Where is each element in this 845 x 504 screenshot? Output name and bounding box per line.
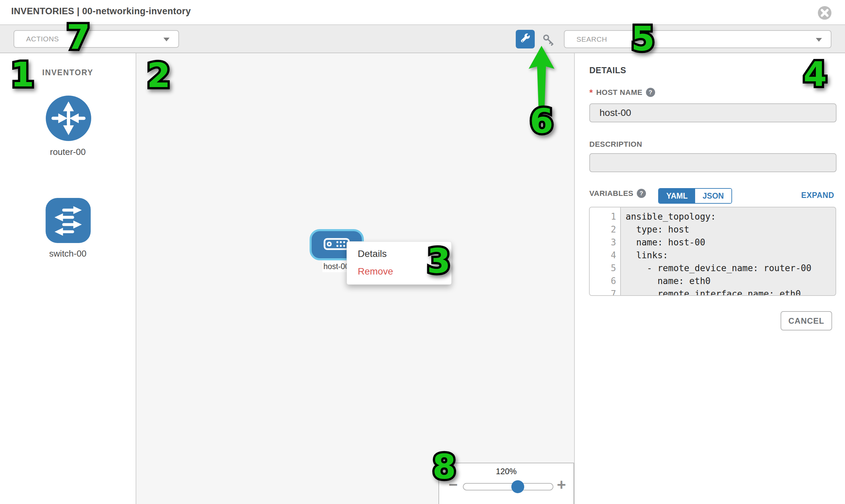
zoom-in-button[interactable]: + — [557, 477, 566, 492]
details-panel: DETAILS * HOST NAME ? DESCRIPTION VARIAB… — [574, 53, 845, 504]
description-input[interactable] — [589, 153, 837, 172]
context-menu: Details Remove — [347, 241, 452, 285]
cancel-button[interactable]: CANCEL — [780, 311, 832, 330]
host-name-label-row: * HOST NAME ? — [589, 88, 655, 97]
chevron-down-icon — [163, 38, 170, 41]
palette-item-label: router-00 — [0, 147, 136, 157]
palette-item-router[interactable] — [46, 95, 91, 141]
inventory-sidebar: INVENTORY router — [0, 53, 136, 504]
app-window: INVENTORIES | 00-networking-inventory AC… — [0, 0, 845, 504]
host-node-label: host-00 — [322, 260, 350, 272]
toggle-json[interactable]: JSON — [695, 189, 732, 203]
context-menu-item-remove[interactable]: Remove — [347, 263, 451, 280]
code-line: remote_interface_name: eth0 — [626, 287, 835, 296]
key-icon — [542, 33, 555, 48]
host-name-input[interactable] — [589, 103, 837, 122]
host-name-label: HOST NAME — [596, 88, 642, 97]
topology-canvas[interactable]: host-00 Details Remove 120% − + — [136, 53, 574, 504]
variables-label-row: VARIABLES ? — [589, 189, 646, 198]
toggle-yaml[interactable]: YAML — [659, 189, 695, 203]
line-number: 3 — [590, 236, 620, 249]
search-dropdown[interactable]: SEARCH — [564, 30, 831, 48]
editor-gutter: 1 2 3 4 5 6 7 — [590, 208, 621, 295]
required-asterisk: * — [589, 89, 593, 96]
chevron-down-icon — [816, 38, 822, 42]
page-header: INVENTORIES | 00-networking-inventory — [0, 0, 845, 24]
code-line: links: — [626, 249, 835, 262]
expand-link[interactable]: EXPAND — [801, 191, 834, 200]
zoom-level-value: 120% — [439, 467, 574, 476]
switch-icon — [45, 238, 91, 244]
variables-label: VARIABLES — [589, 189, 633, 198]
close-button[interactable] — [817, 6, 832, 20]
help-icon[interactable]: ? — [646, 88, 655, 97]
variables-format-toggle: YAML JSON — [658, 188, 732, 204]
line-number: 7 — [590, 287, 620, 296]
details-panel-title: DETAILS — [589, 66, 626, 75]
code-line: - remote_device_name: router-00 — [626, 262, 835, 274]
code-line: name: eth0 — [626, 274, 835, 287]
zoom-slider-thumb[interactable] — [511, 480, 524, 493]
line-number: 2 — [590, 223, 620, 236]
router-icon — [46, 136, 91, 142]
editor-code-area[interactable]: ansible_topology: type: host name: host-… — [621, 208, 835, 295]
code-line: ansible_topology: — [626, 210, 835, 223]
zoom-slider-track[interactable] — [463, 483, 553, 490]
line-number: 6 — [590, 274, 620, 287]
search-dropdown-label: SEARCH — [577, 35, 607, 43]
close-icon — [817, 16, 832, 21]
actions-dropdown-label: ACTIONS — [26, 35, 59, 43]
key-button[interactable] — [541, 33, 556, 48]
sidebar-title: INVENTORY — [0, 68, 136, 77]
toolbar: ACTIONS SEARCH — [0, 24, 845, 53]
context-menu-item-details[interactable]: Details — [347, 245, 451, 263]
palette-item-switch[interactable] — [45, 198, 91, 243]
host-icon — [323, 238, 350, 252]
page-title: INVENTORIES | 00-networking-inventory — [11, 6, 191, 17]
actions-dropdown[interactable]: ACTIONS — [14, 30, 179, 48]
zoom-control: 120% − + — [438, 463, 574, 504]
wrench-icon — [520, 33, 531, 45]
line-number: 5 — [590, 262, 620, 274]
description-label-row: DESCRIPTION — [589, 140, 642, 149]
code-line: type: host — [626, 223, 835, 236]
zoom-out-button[interactable]: − — [448, 477, 458, 492]
description-label: DESCRIPTION — [589, 140, 642, 149]
toolbar-tools-button[interactable] — [516, 30, 535, 49]
help-icon[interactable]: ? — [637, 189, 646, 198]
palette-item-label: switch-00 — [0, 249, 136, 259]
variables-code-editor[interactable]: 1 2 3 4 5 6 7 ansible_topology: type: ho… — [589, 207, 836, 296]
line-number: 4 — [590, 249, 620, 262]
line-number: 1 — [590, 210, 620, 223]
code-line: name: host-00 — [626, 236, 835, 249]
